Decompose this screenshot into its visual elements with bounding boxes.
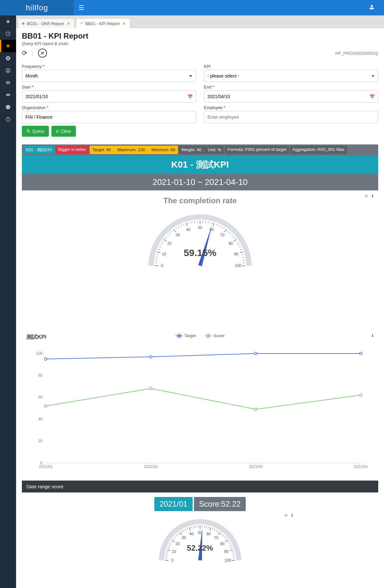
tab-bar: ✈ BC01 - OKR Report × BB01 - KPI Report … bbox=[16, 15, 384, 28]
svg-text:90: 90 bbox=[234, 252, 239, 256]
line-chart: 0204060801002021/012021/022021/032021/04 bbox=[26, 341, 367, 476]
svg-text:90: 90 bbox=[224, 549, 229, 554]
svg-line-63 bbox=[238, 244, 239, 245]
svg-line-131 bbox=[210, 527, 211, 530]
download-chart-icon[interactable]: ⬇ bbox=[371, 333, 374, 338]
employee-label: Employee * bbox=[204, 105, 378, 110]
svg-line-18 bbox=[157, 252, 160, 253]
close-icon[interactable]: × bbox=[123, 21, 125, 26]
start-date-input[interactable]: 📅 bbox=[22, 90, 196, 103]
tab-okr-report[interactable]: ✈ BC01 - OKR Report × bbox=[18, 18, 75, 28]
refresh-chart-icon[interactable]: ⟳ bbox=[284, 513, 288, 518]
clear-button[interactable]: ⎚ Clear bbox=[51, 126, 76, 137]
content-area: ✈ BC01 - OKR Report × BB01 - KPI Report … bbox=[16, 15, 384, 565]
svg-line-133 bbox=[212, 528, 213, 530]
more-icon[interactable]: ⋮ bbox=[31, 51, 35, 56]
end-date-input[interactable]: 📅 bbox=[204, 90, 378, 103]
frequency-select[interactable]: Month bbox=[22, 70, 196, 82]
refresh-chart-icon[interactable]: ⟳ bbox=[365, 194, 368, 198]
svg-line-17 bbox=[156, 254, 158, 255]
svg-point-10 bbox=[27, 130, 29, 132]
svg-line-142 bbox=[225, 538, 227, 539]
svg-line-50 bbox=[216, 224, 217, 225]
svg-line-140 bbox=[223, 535, 224, 536]
svg-rect-4 bbox=[8, 107, 8, 108]
svg-line-32 bbox=[176, 228, 177, 229]
sidebar-view-icon[interactable] bbox=[0, 89, 16, 101]
svg-line-66 bbox=[240, 252, 243, 253]
svg-text:0: 0 bbox=[171, 558, 174, 563]
svg-line-20 bbox=[158, 249, 160, 250]
score-date-tag: 2021/01 bbox=[154, 497, 193, 511]
date-range-score-bar: Date range score bbox=[22, 481, 378, 492]
start-label: Start * bbox=[22, 85, 196, 89]
sidebar-eye-icon[interactable] bbox=[0, 77, 16, 89]
svg-text:30: 30 bbox=[176, 233, 180, 237]
svg-line-46 bbox=[208, 221, 208, 223]
paper-plane-icon: ✈ bbox=[22, 21, 25, 26]
svg-line-145 bbox=[228, 542, 229, 543]
sidebar-star-active-icon[interactable] bbox=[0, 40, 16, 52]
sidebar-star-icon[interactable] bbox=[0, 15, 16, 28]
pill-target: Target: 80 、 Maximum: 100 、 Minimum: 60 bbox=[90, 146, 178, 154]
svg-text:40: 40 bbox=[186, 227, 191, 232]
kpi-select[interactable]: - please select - bbox=[204, 70, 378, 82]
svg-text:40: 40 bbox=[189, 532, 194, 536]
svg-marker-74 bbox=[198, 225, 212, 266]
end-label: End * bbox=[204, 85, 378, 89]
svg-line-136 bbox=[218, 531, 219, 532]
svg-line-64 bbox=[239, 246, 241, 247]
employee-input[interactable] bbox=[204, 111, 378, 123]
svg-line-107 bbox=[172, 540, 175, 542]
chart-icon bbox=[79, 21, 83, 26]
svg-line-39 bbox=[192, 221, 192, 223]
menu-toggle-icon[interactable]: ☰ bbox=[78, 4, 84, 12]
svg-line-26 bbox=[165, 237, 167, 238]
svg-line-153 bbox=[233, 556, 234, 556]
svg-line-110 bbox=[175, 537, 176, 537]
organization-input[interactable] bbox=[22, 111, 196, 123]
svg-line-121 bbox=[191, 527, 192, 528]
svg-point-89 bbox=[254, 352, 257, 355]
svg-line-128 bbox=[204, 526, 205, 528]
svg-text:60: 60 bbox=[38, 395, 43, 400]
pill-kpi: K01 - 測試KPI bbox=[23, 146, 55, 154]
sidebar-gear-icon[interactable] bbox=[0, 52, 16, 64]
svg-line-59 bbox=[233, 237, 235, 238]
svg-line-57 bbox=[230, 233, 231, 234]
svg-line-151 bbox=[232, 552, 234, 552]
query-button[interactable]: Query bbox=[22, 126, 49, 137]
svg-line-146 bbox=[229, 544, 230, 544]
svg-line-40 bbox=[194, 221, 195, 223]
tab-label: BB01 - KPI Report bbox=[85, 21, 120, 26]
svg-text:40: 40 bbox=[38, 417, 43, 421]
svg-line-30 bbox=[174, 229, 176, 232]
top-bar: hillfog ☰ bbox=[0, 0, 384, 15]
svg-line-118 bbox=[187, 528, 188, 530]
download-chart-icon[interactable]: ⬇ bbox=[290, 513, 294, 518]
svg-line-134 bbox=[214, 529, 215, 530]
sidebar-dashboard-icon[interactable] bbox=[0, 28, 16, 40]
svg-text:50: 50 bbox=[198, 225, 202, 230]
refresh-icon[interactable]: ⟳ bbox=[22, 49, 27, 57]
download-chart-icon[interactable]: ⬇ bbox=[371, 194, 374, 198]
tab-kpi-report[interactable]: BB01 - KPI Report × bbox=[76, 18, 130, 28]
svg-line-99 bbox=[166, 554, 168, 554]
svg-text:2021/04: 2021/04 bbox=[354, 464, 367, 469]
tab-label: BC01 - OKR Report bbox=[27, 21, 64, 26]
svg-line-109 bbox=[173, 538, 175, 539]
svg-line-51 bbox=[218, 225, 219, 226]
close-tool-button[interactable] bbox=[38, 49, 47, 58]
svg-point-93 bbox=[254, 408, 257, 410]
user-icon[interactable] bbox=[369, 5, 374, 11]
sidebar-user-icon[interactable] bbox=[0, 64, 16, 77]
svg-line-35 bbox=[183, 224, 184, 225]
svg-point-92 bbox=[150, 387, 152, 390]
sidebar-power-icon[interactable] bbox=[0, 113, 16, 125]
close-icon[interactable]: × bbox=[67, 21, 70, 26]
sidebar-info-icon[interactable] bbox=[0, 101, 16, 113]
svg-text:20: 20 bbox=[176, 542, 180, 546]
svg-line-148 bbox=[231, 547, 233, 548]
kpi-title-banner: K01 - 測試KPI bbox=[22, 155, 378, 174]
pill-aggregation: Aggregation: AVG_001-Max bbox=[290, 146, 347, 154]
